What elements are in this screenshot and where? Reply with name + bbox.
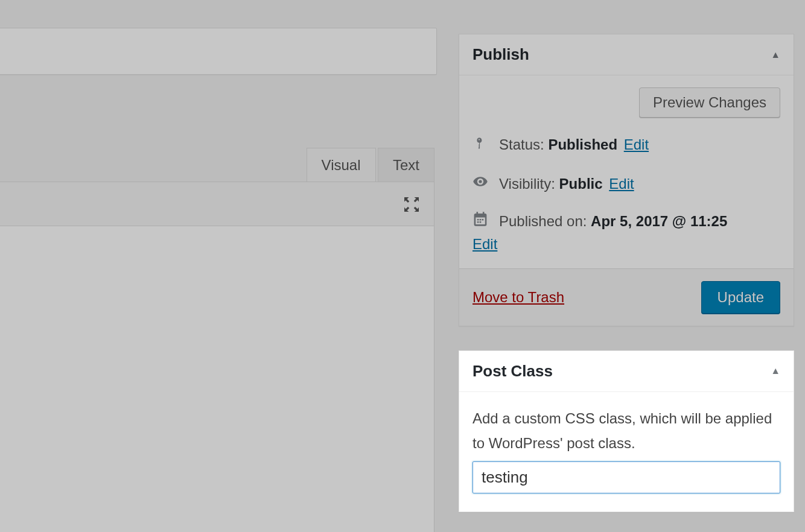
sidebar: Publish ▲ Preview Changes Status: Publis… xyxy=(459,34,794,532)
published-label: Published on: xyxy=(499,213,591,229)
tab-visual[interactable]: Visual xyxy=(307,148,376,182)
post-class-title: Post Class xyxy=(472,362,553,381)
publish-metabox: Publish ▲ Preview Changes Status: Publis… xyxy=(459,34,794,326)
eye-icon xyxy=(472,174,499,195)
collapse-icon: ▲ xyxy=(771,49,780,60)
status-label: Status: xyxy=(499,136,548,153)
post-class-description: Add a custom CSS class, which will be ap… xyxy=(472,407,780,456)
published-row: Published on: Apr 5, 2017 @ 11:25 xyxy=(472,211,780,232)
post-class-body: Add a custom CSS class, which will be ap… xyxy=(459,392,794,512)
publish-actions: Move to Trash Update xyxy=(459,268,794,326)
edit-date-link[interactable]: Edit xyxy=(472,236,497,253)
visibility-row: Visibility: Public Edit xyxy=(472,174,780,195)
post-class-metabox-header[interactable]: Post Class ▲ xyxy=(459,351,794,392)
published-value: Apr 5, 2017 @ 11:25 xyxy=(591,213,727,229)
calendar-icon xyxy=(472,211,499,232)
publish-title: Publish xyxy=(472,45,529,64)
status-value: Published xyxy=(548,136,617,153)
editor-content-area[interactable] xyxy=(0,226,434,532)
publish-body: Preview Changes Status: Published Edit V… xyxy=(459,75,794,268)
post-class-input[interactable] xyxy=(472,461,780,493)
edit-visibility-link[interactable]: Edit xyxy=(609,176,634,192)
fullscreen-icon[interactable] xyxy=(402,195,421,216)
editor-main-area: Visual Text xyxy=(0,0,441,532)
preview-changes-button[interactable]: Preview Changes xyxy=(639,87,780,118)
key-icon xyxy=(472,135,499,157)
publish-metabox-header[interactable]: Publish ▲ xyxy=(459,34,794,75)
visibility-label: Visibility: xyxy=(499,176,559,192)
edit-status-link[interactable]: Edit xyxy=(624,136,649,153)
visibility-value: Public xyxy=(559,176,603,192)
editor-toolbar xyxy=(0,182,434,226)
update-button[interactable]: Update xyxy=(701,281,780,314)
editor-tabs: Visual Text xyxy=(0,148,434,182)
move-to-trash-link[interactable]: Move to Trash xyxy=(472,289,564,306)
post-title-input[interactable] xyxy=(0,28,437,75)
post-class-metabox: Post Class ▲ Add a custom CSS class, whi… xyxy=(459,350,794,513)
tab-text[interactable]: Text xyxy=(378,148,434,182)
status-row: Status: Published Edit xyxy=(472,135,780,157)
collapse-icon: ▲ xyxy=(771,366,780,376)
